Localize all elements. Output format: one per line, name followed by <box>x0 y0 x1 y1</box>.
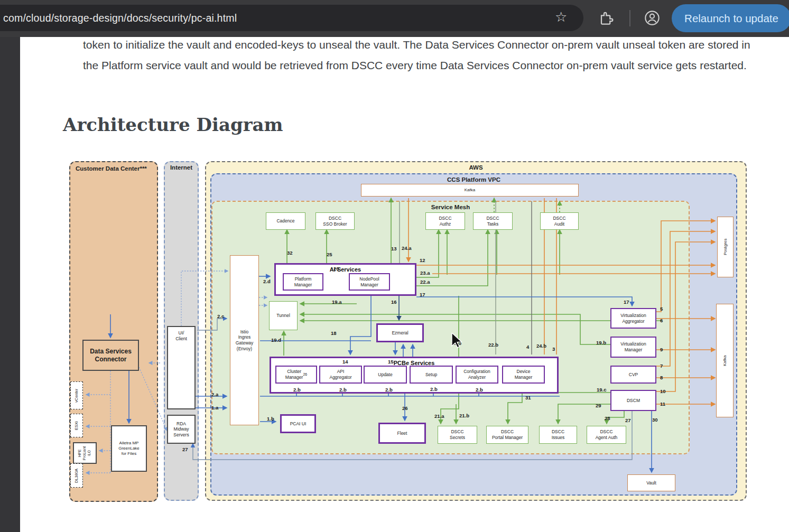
profile-icon[interactable] <box>644 10 661 26</box>
edge-label: 18 <box>331 330 337 336</box>
edge-label: 16 <box>391 299 397 305</box>
extensions-puzzle-icon[interactable] <box>599 10 615 25</box>
edge-label: 27 <box>625 417 631 423</box>
edge-label: 31 <box>525 395 531 400</box>
edge-label: 12 <box>420 257 425 263</box>
edge-label: 4 <box>526 344 529 350</box>
edge-label: 17 <box>420 292 425 297</box>
edge-label: 2.d <box>263 278 271 284</box>
window-left-edge <box>0 37 20 532</box>
edge-label: 22.a <box>420 279 430 285</box>
edge-label: 9 <box>660 347 663 352</box>
edge-label: 2.c <box>217 313 224 319</box>
edge-label: 24.a <box>402 245 412 251</box>
body-paragraph: token to initialize the vault and encode… <box>83 35 755 76</box>
edge-label: 19.c <box>597 387 607 393</box>
edge-label: 29 <box>596 403 601 408</box>
edge-label: 1.a <box>211 405 218 410</box>
edge-label: 27 <box>182 446 188 452</box>
edge-label: 19.b <box>596 340 606 346</box>
edge-label: 21.b <box>459 413 469 418</box>
edge-label: 2.b <box>293 387 301 393</box>
url-bar[interactable]: com/cloud/storage-design/docs/security/p… <box>0 5 583 31</box>
edge-label: 13 <box>391 246 397 251</box>
url-text[interactable]: com/cloud/storage-design/docs/security/p… <box>3 5 237 31</box>
edge-label: 2.b <box>430 386 438 392</box>
edge-labels-layer: 32251324.a1223.a22.a171619.a202.d2.c19.d… <box>62 156 747 506</box>
edge-label: 3 <box>552 346 555 352</box>
edge-label: 6 <box>660 318 663 323</box>
edge-label: 21.a <box>434 413 444 419</box>
edge-label: 2.a <box>211 391 218 397</box>
toolbar-divider <box>629 10 630 26</box>
edge-label: 22.b <box>488 342 498 348</box>
edge-label: 14 <box>342 359 348 365</box>
edge-label: 32 <box>287 250 293 256</box>
edge-label: 2.b <box>339 387 347 393</box>
edge-label: 30 <box>652 417 658 423</box>
edge-label: 19.d <box>271 337 281 343</box>
edge-label: 7 <box>660 363 663 369</box>
edge-label: 2.b <box>476 387 483 393</box>
edge-label: 28 <box>605 415 610 421</box>
edge-label: 19.a <box>332 299 342 305</box>
edge-label: 5 <box>660 306 663 312</box>
mouse-cursor <box>451 333 465 349</box>
edge-label: 2.b <box>385 387 393 393</box>
edge-label: 17 <box>624 299 629 305</box>
edge-label: 26 <box>402 405 408 411</box>
edge-label: 15 <box>388 359 394 365</box>
edge-label: 24.b <box>536 343 546 349</box>
edge-label: 23.a <box>420 270 430 276</box>
bookmark-star-icon[interactable]: ☆ <box>555 9 567 25</box>
browser-toolbar: com/cloud/storage-design/docs/security/p… <box>0 0 789 37</box>
edge-label: 10 <box>660 388 666 394</box>
page-title: Architecture Diagram <box>63 114 283 135</box>
relaunch-to-update-button[interactable]: Relaunch to update <box>672 4 789 32</box>
edge-label: 1.b <box>267 416 274 422</box>
edge-label: 11 <box>660 401 665 407</box>
edge-label: 20 <box>333 266 339 272</box>
edge-label: 8 <box>660 375 663 380</box>
edge-label: 25 <box>327 251 332 257</box>
architecture-diagram: Customer Data Center*** Internet AWS CCS… <box>62 156 747 506</box>
